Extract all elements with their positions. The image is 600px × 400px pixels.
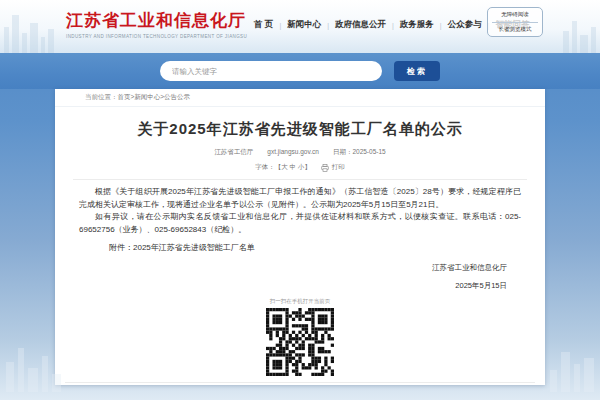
search-band: 检索 <box>0 53 600 89</box>
breadcrumb-path[interactable]: 首页>新闻中心>公告公示 <box>118 93 191 102</box>
article-source: 江苏省工信厅 <box>214 148 253 157</box>
nav-item-services[interactable]: 政务服务 <box>400 19 434 31</box>
qr-section: 扫一扫在手机打开当前页 <box>55 298 545 376</box>
skyline-decoration-bottom-left <box>6 348 61 392</box>
signature-date: 2025年5月15日 <box>55 281 545 291</box>
nav-item-participation[interactable]: 公众参与 <box>448 19 482 31</box>
breadcrumb-label: 当前位置： <box>85 93 118 102</box>
article-website: gxt.jiangsu.gov.cn <box>267 148 319 157</box>
article-paragraph-1: 根据《关于组织开展2025年江苏省先进级智能工厂申报工作的通知》（苏工信智造〔2… <box>79 186 521 211</box>
site-logo[interactable]: 江苏省工业和信息化厅 INDUSTRY AND INFORMATION TECH… <box>66 9 247 39</box>
article-title: 关于2025年江苏省先进级智能工厂名单的公示 <box>55 120 545 139</box>
breadcrumb: 当前位置： 首页>新闻中心>公告公示 <box>55 89 545 107</box>
nav-separator: | <box>440 22 442 29</box>
skyline-decoration-left <box>4 15 54 53</box>
article-date: 日期：2025-05-15 <box>333 148 386 157</box>
site-logo-title: 江苏省工业和信息化厅 <box>66 9 247 32</box>
skyline-decoration-bottom-right <box>550 352 594 392</box>
content-card: 当前位置： 首页>新闻中心>公告公示 关于2025年江苏省先进级智能工厂名单的公… <box>55 89 545 385</box>
nav-item-news[interactable]: 新闻中心 <box>287 19 321 31</box>
nav-separator: | <box>327 22 329 29</box>
signature-organization: 江苏省工业和信息化厅 <box>55 263 545 273</box>
skyline-decoration-right <box>563 21 596 53</box>
site-logo-subtitle: INDUSTRY AND INFORMATION TECHNOLOGY DEPA… <box>66 34 247 39</box>
nav-item-home[interactable]: 首 页 <box>254 19 273 31</box>
related-links: 关于省级工业互联网平台年度监测评价结果公示 关于省级大学生创业示范园认定拟支持名… <box>55 383 545 385</box>
elder-mode-button[interactable]: 长者浏览模式 <box>488 23 542 37</box>
article-body: 根据《关于组织开展2025年江苏省先进级智能工厂申报工作的通知》（苏工信智造〔2… <box>55 186 545 236</box>
page: 江苏省工业和信息化厅 INDUSTRY AND INFORMATION TECH… <box>0 0 600 400</box>
article-meta: 江苏省工信厅 gxt.jiangsu.gov.cn 日期：2025-05-15 <box>55 148 545 157</box>
printer-icon <box>321 164 329 172</box>
article-paragraph-2: 如有异议，请在公示期内实名反馈省工业和信息化厅，并提供佐证材料和联系方式，以便核… <box>79 211 521 236</box>
nav-separator: | <box>279 22 281 29</box>
qr-code <box>266 308 334 376</box>
article-toolbar: 字体：【大 中 小】 打印 <box>55 163 545 172</box>
attachment-link[interactable]: 附件：2025年江苏省先进级智能工厂名单 <box>55 242 545 253</box>
nav-separator: | <box>392 22 394 29</box>
accessibility-box: 无障碍阅读 长者浏览模式 <box>487 7 543 37</box>
print-label: 打印 <box>332 163 345 172</box>
nav-item-info-disclosure[interactable]: 政府信息公开 <box>335 19 386 31</box>
search-input[interactable] <box>160 61 382 81</box>
meta-divider <box>73 179 527 180</box>
site-header: 江苏省工业和信息化厅 INDUSTRY AND INFORMATION TECH… <box>0 0 600 53</box>
accessibility-reading-button[interactable]: 无障碍阅读 <box>488 8 542 22</box>
qr-caption: 扫一扫在手机打开当前页 <box>270 298 331 305</box>
search-button[interactable]: 检索 <box>394 61 440 81</box>
print-button[interactable]: 打印 <box>321 163 345 172</box>
font-size-control[interactable]: 字体：【大 中 小】 <box>255 163 311 172</box>
